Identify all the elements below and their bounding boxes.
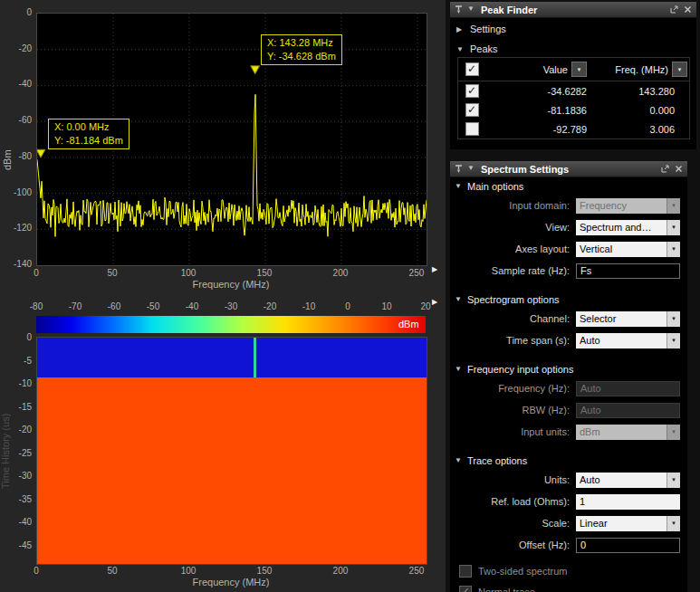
- peak-table-row[interactable]: -81.18360.000: [458, 100, 689, 119]
- peak-annotation-1[interactable]: X: 143.28 MHz Y: -34.628 dBm: [261, 34, 342, 65]
- peaks-table-body: -34.6282143.280-81.18360.000-92.7893.006: [458, 81, 689, 138]
- peak-visible-checkbox[interactable]: [465, 122, 479, 136]
- tick-label: -120: [0, 223, 32, 233]
- colorbar-gradient: [36, 316, 426, 333]
- tick-label: -30: [0, 471, 32, 481]
- section-header-main-options[interactable]: ▼Main options: [450, 177, 687, 195]
- tick-label: -50: [147, 301, 159, 311]
- pin-icon[interactable]: [454, 5, 464, 14]
- peak-visible-checkbox[interactable]: [465, 84, 479, 98]
- close-icon[interactable]: [674, 164, 684, 174]
- units-label: Units:: [450, 474, 576, 485]
- value-column-dropdown-icon[interactable]: ▼: [571, 62, 587, 77]
- tick-label: -10: [302, 301, 315, 311]
- tick-label: 200: [333, 566, 349, 576]
- undock-icon[interactable]: [660, 164, 670, 174]
- undock-icon[interactable]: [669, 5, 679, 14]
- peak-table-row[interactable]: -34.6282143.280: [458, 81, 689, 100]
- setting-row: Offset (Hz):0: [450, 534, 687, 556]
- tick-label: -40: [0, 517, 32, 527]
- select-all-peaks-checkbox[interactable]: [465, 62, 479, 76]
- peaks-group-header[interactable]: ▼ Peaks: [450, 40, 696, 58]
- rbw-hz-field: Auto: [576, 403, 680, 418]
- collapse-section-icon: ▼: [455, 182, 463, 190]
- section-label: Main options: [467, 181, 523, 192]
- collapse-panel-icon[interactable]: ▼: [467, 5, 475, 14]
- spectrum-settings-titlebar[interactable]: ▼ Spectrum Settings: [450, 161, 687, 177]
- tick-label: -40: [0, 79, 32, 89]
- tick-label: -35: [0, 494, 32, 504]
- tick-label: -60: [0, 115, 32, 125]
- ref-load-ohms-field[interactable]: 1: [576, 494, 680, 510]
- two-sided-spectrum-label: Two-sided spectrum: [478, 566, 567, 577]
- time-span-s-dropdown[interactable]: Auto▼: [576, 333, 680, 349]
- dropdown-value: Auto: [580, 474, 600, 485]
- collapse-section-icon: ▼: [456, 45, 465, 53]
- chevron-down-icon: ▼: [666, 425, 680, 440]
- close-icon[interactable]: [683, 5, 693, 14]
- units-dropdown[interactable]: Auto▼: [576, 473, 680, 488]
- freq-column-dropdown-icon[interactable]: ▼: [672, 62, 687, 77]
- peak-annotation-2[interactable]: X: 0.00 MHz Y: -81.184 dBm: [48, 119, 129, 149]
- peak-frequency: 3.006: [592, 124, 689, 135]
- tick-label: 250: [409, 268, 425, 278]
- frequency-hz-field: Auto: [576, 381, 680, 396]
- tick-label: 100: [181, 566, 197, 576]
- annotation-x-value: X: 0.00 MHz: [54, 120, 123, 134]
- channel-dropdown[interactable]: Selector▼: [576, 311, 680, 327]
- tick-label: 50: [107, 566, 117, 576]
- tick-label: -45: [0, 540, 32, 550]
- tick-label: 150: [257, 268, 273, 278]
- tick-label: -60: [108, 301, 120, 311]
- tick-label: -70: [69, 301, 82, 311]
- chevron-down-icon: ▼: [666, 516, 680, 531]
- tick-label: 200: [333, 268, 349, 278]
- setting-row: Units:Auto▼: [450, 469, 687, 491]
- chevron-down-icon: ▼: [666, 311, 680, 327]
- section-header-trace-options[interactable]: ▼Trace options: [450, 452, 687, 469]
- spectrogram-canvas[interactable]: [36, 337, 427, 565]
- peak-table-row[interactable]: -92.7893.006: [458, 119, 689, 138]
- expand-arrow-button[interactable]: ▶: [432, 298, 437, 307]
- axes-layout-dropdown[interactable]: Vertical▼: [576, 242, 680, 257]
- section-header-spectrogram-options[interactable]: ▼Spectrogram options: [450, 291, 687, 308]
- scale-label: Scale:: [450, 518, 576, 529]
- setting-row: Input units:dBm▼: [450, 421, 687, 443]
- colorbar-unit-label: dBm: [398, 319, 419, 329]
- chevron-down-icon: ▼: [666, 473, 680, 488]
- view-dropdown[interactable]: Spectrum and…▼: [576, 220, 680, 235]
- spectrogram-x-axis-label: Frequency (MHz): [36, 577, 426, 587]
- collapse-panel-icon[interactable]: ▼: [467, 164, 475, 174]
- checkbox-row: Normal trace: [450, 582, 687, 592]
- collapse-section-icon: ▼: [455, 456, 463, 464]
- tick-label: 100: [181, 268, 197, 278]
- setting-row: Scale:Linear▼: [450, 512, 687, 534]
- tick-label: -140: [0, 259, 32, 269]
- peak-finder-panel: ▼ Peak Finder ▶ Settings ▼ Peaks: [450, 2, 696, 149]
- view-label: View:: [450, 222, 576, 233]
- expand-arrow-button[interactable]: ▶: [432, 265, 437, 274]
- section-header-frequency-input-options[interactable]: ▼Frequency input options: [450, 360, 687, 377]
- peaks-group-label: Peaks: [470, 43, 498, 54]
- offset-hz-field[interactable]: 0: [576, 538, 680, 553]
- peaks-table-header: Value ▼ Freq. (MHz) ▼: [458, 58, 689, 81]
- section-label: Frequency input options: [467, 364, 573, 375]
- section-label: Trace options: [467, 455, 527, 466]
- section-label: Spectrogram options: [467, 294, 560, 305]
- panel-title: Peak Finder: [479, 5, 666, 15]
- pin-icon[interactable]: [454, 164, 464, 174]
- freq-column-header: Freq. (MHz): [615, 64, 668, 75]
- scale-dropdown[interactable]: Linear▼: [576, 516, 680, 531]
- tick-label: -25: [0, 448, 32, 458]
- setting-row: Frequency (Hz):Auto: [450, 377, 687, 399]
- peak-finder-titlebar[interactable]: ▼ Peak Finder: [450, 2, 696, 18]
- setting-row: Channel:Selector▼: [450, 308, 687, 329]
- settings-group-label: Settings: [470, 24, 506, 34]
- rbw-hz-label: RBW (Hz):: [450, 405, 576, 415]
- axes-layout-label: Axes layout:: [450, 243, 576, 254]
- peak-visible-checkbox[interactable]: [465, 103, 479, 117]
- settings-group-header[interactable]: ▶ Settings: [450, 20, 696, 38]
- sample-rate-hz-field[interactable]: Fs: [576, 263, 680, 279]
- tick-label: -100: [0, 187, 32, 197]
- setting-row: Ref. load (Ohms):1: [450, 491, 687, 512]
